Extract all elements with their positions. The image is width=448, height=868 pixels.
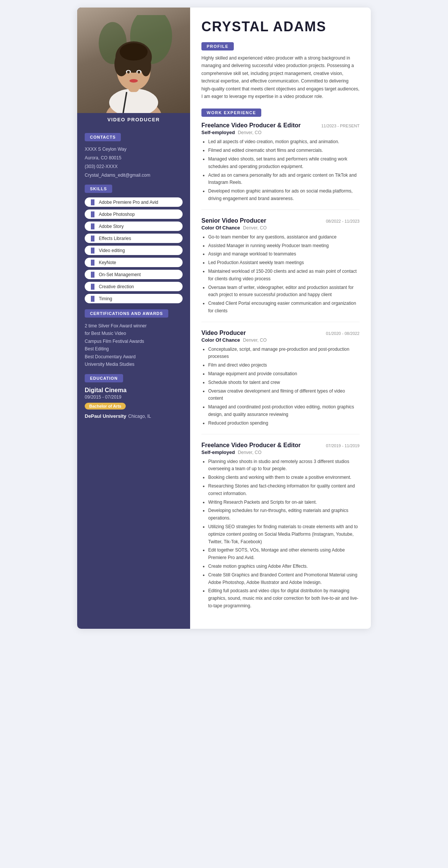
job-company: Self-employed [201, 130, 235, 135]
work-experience-header: WORK EXPERIENCE [201, 108, 261, 117]
email: Crystal_Adams_edit@gmail.com [85, 172, 183, 179]
job-header: Video Producer 01/2020 - 08/2022 [201, 330, 360, 336]
bar-chart-icon: ▐▌ [89, 223, 96, 229]
skills-list: ▐▌Adobe Premiere Pro and Avid▐▌Adobe Pho… [85, 197, 183, 303]
skill-label: Adobe Photoshop [99, 212, 134, 217]
job-location: Denver, CO [243, 225, 267, 231]
job-title: Senior Video Producer [201, 217, 266, 224]
bullet-item: Developing schedules for run-throughs, e… [208, 507, 360, 522]
bar-chart-icon: ▐▌ [89, 284, 96, 289]
bullet-item: Schedule shoots for talent and crew [208, 379, 360, 387]
bullet-item: Booking clients and working with them to… [208, 474, 360, 481]
bar-chart-icon: ▐▌ [89, 199, 96, 205]
job-dates: 08/2022 - 11/2023 [326, 219, 360, 223]
certs-text: 2 time Silver Fox Award winnerfor Best M… [85, 322, 183, 368]
svg-point-3 [109, 89, 158, 113]
svg-point-9 [120, 43, 148, 60]
skill-label: Video editing [99, 248, 125, 253]
skills-badge: SKILLS [85, 185, 112, 193]
skill-item: ▐▌KeyNote [85, 258, 183, 267]
section-separator [201, 209, 360, 210]
candidate-name: CRYSTAL ADAMS [201, 19, 360, 35]
job-company-line: Self-employed Denver, CO [201, 449, 360, 455]
bullet-item: Managed and coordinated post-production … [208, 403, 360, 419]
bullet-item: Maintained workload of 150-200 clients a… [208, 268, 360, 283]
svg-point-13 [137, 71, 140, 73]
job-title: Video Producer [201, 330, 246, 336]
job-bullets-list: Planning video shoots in studio and remo… [201, 458, 360, 610]
address-line2: Aurora, CO 80015 [85, 154, 183, 161]
job-title: Freelance Video Producer & Editor [201, 442, 301, 449]
svg-point-14 [130, 79, 138, 83]
job-location: Denver, CO [238, 450, 262, 455]
job-header: Senior Video Producer 08/2022 - 11/2023 [201, 217, 360, 224]
profile-header: PROFILE [201, 42, 234, 50]
section-separator [201, 434, 360, 434]
job-title-bar: VIDEO PRODUCER [77, 113, 190, 126]
bullet-item: Led Production Assistant weekly team mee… [208, 259, 360, 267]
bullet-item: Oversaw creative development and filming… [208, 388, 360, 403]
skill-item: ▐▌Creative direction [85, 282, 183, 291]
skill-label: Creative direction [99, 284, 134, 289]
skill-label: Adobe Story [99, 224, 123, 229]
job-company: Color Of Chance [201, 337, 240, 343]
edu-dates: 09/2015 - 07/2019 [85, 394, 183, 400]
job-title-text: VIDEO PRODUCER [107, 117, 160, 122]
job-header: Freelance Video Producer & Editor 07/201… [201, 442, 360, 449]
profile-text: Highly skilled and experienced video pro… [201, 54, 360, 100]
skill-item: ▐▌Video editing [85, 246, 183, 255]
skill-item: ▐▌On-Set Management [85, 270, 183, 279]
bullet-item: Oversaw team of writer, videographer, ed… [208, 284, 360, 299]
job-dates: 01/2020 - 08/2022 [326, 331, 360, 336]
skill-item: ▐▌Effects Libraries [85, 234, 183, 243]
skill-label: KeyNote [99, 260, 116, 265]
bullet-item: Led all aspects of video creation, motio… [208, 138, 360, 146]
bullet-item: Planning video shoots in studio and remo… [208, 458, 360, 473]
bullet-item: Reduced production spending [208, 420, 360, 427]
bullet-item: Editing full podcasts and video clips fo… [208, 587, 360, 610]
address-line1: XXXX S Ceylon Way [85, 146, 183, 153]
bar-chart-icon: ▐▌ [89, 235, 96, 241]
job-dates: 11/2023 - PRESENT [322, 124, 360, 128]
phone: (303) 022-XXXX [85, 163, 183, 170]
bar-chart-icon: ▐▌ [89, 272, 96, 277]
job-bullets-list: Go-to team member for any questions, ass… [201, 234, 360, 315]
photo-section: VIDEO PRODUCER [77, 8, 190, 126]
bullet-item: Filmed and edited cinematic short films … [208, 147, 360, 154]
bullet-item: Developed motion graphic animations for … [208, 188, 360, 203]
bullet-item: Acted as on camera personality for ads a… [208, 172, 360, 187]
edu-program: Digital Cinema [85, 387, 183, 394]
job-location: Denver, CO [243, 338, 267, 343]
bullet-item: Assisted Manager in running weekly Produ… [208, 242, 360, 250]
job-company-line: Color Of Chance Denver, CO [201, 225, 360, 231]
bar-chart-icon: ▐▌ [89, 211, 96, 217]
skill-label: Timing [99, 296, 112, 301]
skill-item: ▐▌Timing [85, 294, 183, 303]
contacts-badge: CONTACTS [85, 133, 121, 141]
left-content: CONTACTS XXXX S Ceylon Way Aurora, CO 80… [77, 126, 190, 426]
bullet-item: Go-to team member for any questions, ass… [208, 234, 360, 241]
job-company-line: Color Of Chance Denver, CO [201, 337, 360, 343]
bar-chart-icon: ▐▌ [89, 296, 96, 301]
skill-item: ▐▌Adobe Story [85, 222, 183, 231]
job-bullets-list: Led all aspects of video creation, motio… [201, 138, 360, 202]
section-separator [201, 322, 360, 322]
bullet-item: Manage equipment and provide consultatio… [208, 370, 360, 378]
job-company: Color Of Chance [201, 225, 240, 231]
skill-label: Adobe Premiere Pro and Avid [99, 200, 158, 205]
svg-point-12 [127, 71, 130, 73]
job-block: Freelance Video Producer & Editor 11/202… [201, 122, 360, 209]
skill-label: On-Set Management [99, 272, 140, 277]
right-column: CRYSTAL ADAMS PROFILE Highly skilled and… [190, 8, 371, 629]
edu-city: Chicago, IL [128, 414, 151, 419]
edu-university: DePaul University [85, 413, 126, 419]
jobs-container: Freelance Video Producer & Editor 11/202… [201, 122, 360, 610]
job-block: Freelance Video Producer & Editor 07/201… [201, 442, 360, 610]
resume-container: VIDEO PRODUCER CONTACTS XXXX S Ceylon Wa… [77, 8, 371, 629]
certs-badge: CERTIFICATIONS AND AWARDS [85, 309, 168, 318]
bar-chart-icon: ▐▌ [89, 248, 96, 253]
skill-label: Effects Libraries [99, 236, 131, 241]
bullet-item: Researching Stories and fact-checking in… [208, 483, 360, 498]
bullet-item: Create motion graphics using Adobe After… [208, 563, 360, 570]
job-header: Freelance Video Producer & Editor 11/202… [201, 122, 360, 129]
